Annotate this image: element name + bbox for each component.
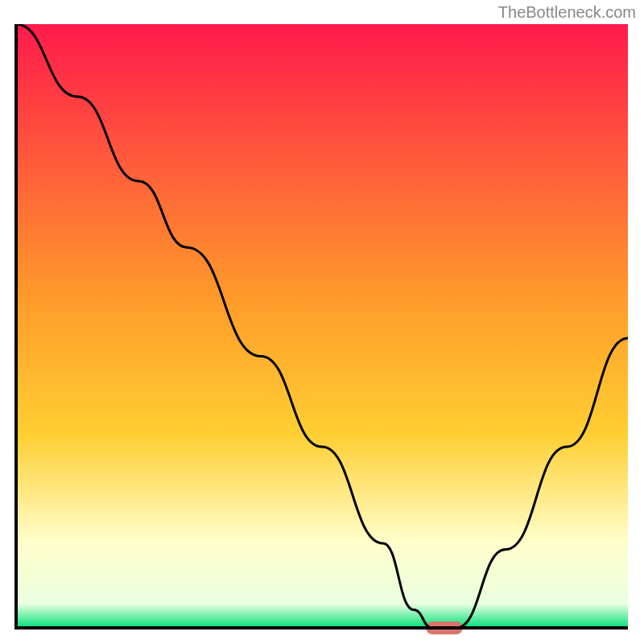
- watermark-text: TheBottleneck.com: [498, 3, 636, 22]
- plot-background: [16, 24, 628, 628]
- chart-svg: [0, 0, 644, 644]
- chart-container: TheBottleneck.com: [0, 0, 644, 644]
